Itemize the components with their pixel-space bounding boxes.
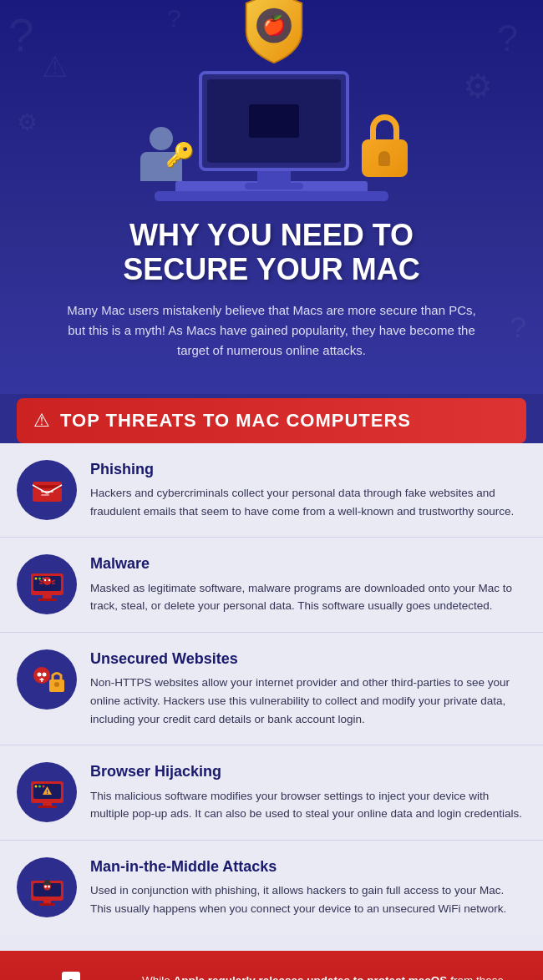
unsecured-name: Unsecured Websites	[90, 649, 526, 669]
svg-rect-39	[38, 806, 57, 808]
svg-point-14	[48, 579, 49, 581]
svg-rect-19	[43, 595, 52, 599]
svg-point-26	[37, 673, 41, 677]
padlock-graphic	[358, 114, 412, 177]
unsecured-content: Unsecured Websites Non-HTTPS websites al…	[90, 649, 526, 728]
mitm-icon	[22, 862, 72, 912]
threat-item-browser: ! Browser Hijacking This malicious softw…	[0, 745, 543, 841]
hero-subtitle: Many Mac users mistakenly believe that M…	[63, 301, 480, 377]
person-graphic: 🔑	[132, 114, 190, 181]
svg-point-13	[43, 579, 45, 581]
threat-item-unsecured: Unsecured Websites Non-HTTPS websites al…	[0, 633, 543, 745]
phishing-name: Phishing	[90, 460, 526, 479]
phishing-content: Phishing Hackers and cybercriminals coll…	[90, 460, 526, 521]
threats-header: ⚠ TOP THREATS TO MAC COMPUTERS	[17, 398, 526, 443]
svg-text:!: !	[46, 789, 48, 795]
svg-point-27	[42, 673, 46, 677]
malware-icon	[22, 559, 72, 609]
bottom-warning-text: While Apple regularly releases updates t…	[142, 972, 526, 980]
svg-point-22	[38, 577, 41, 579]
svg-rect-51	[43, 901, 51, 903]
mitm-icon-wrap	[17, 857, 77, 917]
warning-icon: ⚠	[33, 410, 50, 432]
monitor-base	[245, 183, 303, 189]
phishing-desc: Hackers and cybercriminals collect your …	[90, 484, 526, 520]
threats-section: ⚠ TOP THREATS TO MAC COMPUTERS Phishing …	[0, 394, 543, 951]
warning-graphic: ! ! ! 🛡️ 💊 ⏰ !	[17, 972, 125, 980]
svg-rect-8	[41, 494, 49, 496]
browser-desc: This malicious software modifies your br…	[90, 787, 526, 823]
svg-point-42	[42, 785, 44, 787]
phishing-icon-wrap	[17, 460, 77, 520]
browser-icon: !	[22, 767, 72, 817]
padlock	[358, 114, 412, 177]
key-icon: 🔑	[165, 141, 195, 169]
hero-title: WHY YOU NEED TO SECURE YOUR MAC	[17, 218, 526, 287]
svg-point-23	[42, 577, 44, 579]
malware-icon-wrap	[17, 554, 77, 614]
browser-icon-wrap: !	[17, 762, 77, 822]
monitor-stand	[257, 171, 291, 183]
browser-content: Browser Hijacking This malicious softwar…	[90, 762, 526, 823]
threat-item-malware: Malware Masked as legitimate software, m…	[0, 538, 543, 633]
svg-text:🍎: 🍎	[262, 13, 287, 37]
malware-name: Malware	[90, 554, 526, 573]
phishing-icon	[22, 465, 72, 515]
svg-point-50	[48, 886, 50, 888]
bottom-warning-section: ! ! ! 🛡️ 💊 ⏰ ! While Apple regularly rel…	[0, 951, 543, 980]
svg-point-21	[34, 577, 37, 579]
unsecured-icon	[22, 654, 72, 705]
svg-rect-7	[41, 491, 53, 493]
threats-title: TOP THREATS TO MAC COMPUTERS	[60, 410, 411, 432]
svg-rect-52	[39, 903, 55, 906]
mitm-content: Man-in-the-Middle Attacks Used in conjun…	[90, 857, 526, 918]
svg-rect-38	[43, 803, 52, 806]
unsecured-desc: Non-HTTPS websites allow your internet p…	[90, 674, 526, 728]
malware-desc: Masked as legitimate software, malware p…	[90, 579, 526, 615]
mitm-name: Man-in-the-Middle Attacks	[90, 857, 526, 876]
unsecured-icon-wrap	[17, 649, 77, 710]
shield-icon: 🍎	[236, 0, 312, 67]
exclamation-marks: ! ! !	[43, 972, 99, 980]
threat-item-phishing: Phishing Hackers and cybercriminals coll…	[0, 443, 543, 538]
svg-point-40	[34, 785, 37, 787]
monitor	[199, 71, 349, 171]
threat-item-mitm: Man-in-the-Middle Attacks Used in conjun…	[0, 841, 543, 935]
padlock-shackle	[370, 114, 399, 139]
svg-point-41	[38, 785, 41, 787]
mitm-desc: Used in conjunction with phishing, it al…	[90, 881, 526, 917]
svg-rect-20	[38, 599, 57, 601]
svg-point-32	[54, 682, 59, 687]
padlock-body	[362, 139, 408, 177]
monitor-wrapper: 🍎	[199, 25, 349, 189]
padlock-keyhole	[378, 151, 390, 166]
browser-name: Browser Hijacking	[90, 762, 526, 781]
svg-rect-48	[44, 880, 49, 883]
excl-large: !	[62, 972, 80, 980]
hero-graphic: 🔑 🍎	[17, 25, 526, 189]
malware-content: Malware Masked as legitimate software, m…	[90, 554, 526, 615]
svg-point-49	[44, 886, 47, 888]
hero-section: ? ? ⚠ ⚙ ? ⚙ ? 🔑	[0, 0, 543, 394]
bold-text-1: Apple regularly releases updates to prot…	[174, 974, 448, 980]
